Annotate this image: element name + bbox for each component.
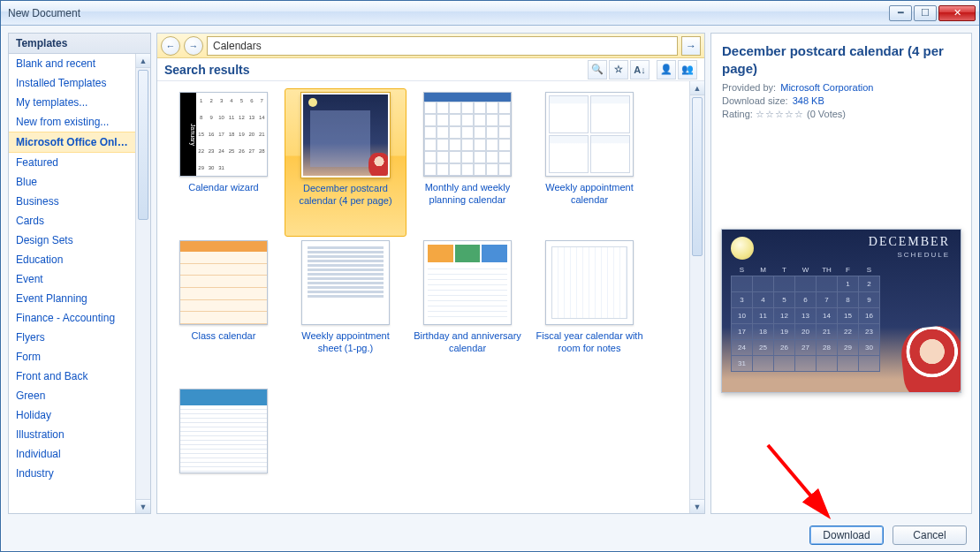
scroll-thumb[interactable] (138, 70, 148, 220)
rating-votes: (0 Votes) (807, 109, 846, 119)
template-fiscal-year[interactable]: Fiscal year calendar with room for notes (528, 237, 650, 385)
search-input[interactable]: Calendars (207, 36, 678, 56)
sidebar-item-installed-templates[interactable]: Installed Templates (9, 73, 135, 93)
sidebar-item-design-sets[interactable]: Design Sets (9, 231, 135, 250)
sidebar-item-featured[interactable]: Featured (9, 153, 135, 172)
new-document-window: New Document ━ ☐ ✕ Templates Blank and r… (0, 0, 980, 552)
view-detail-icon[interactable]: 🔍 (588, 60, 607, 79)
back-button[interactable]: ← (161, 36, 180, 56)
results-area: January123456789101112131415161718192021… (157, 81, 704, 513)
sidebar-item-event-planning[interactable]: Event Planning (9, 289, 135, 308)
template-label: Calendar wizard (188, 182, 258, 194)
sidebar-item-my-templates[interactable]: My templates... (9, 93, 135, 112)
cancel-button[interactable]: Cancel (893, 526, 967, 545)
templates-sidebar: Templates Blank and recent Installed Tem… (8, 33, 151, 514)
template-monthly-weekly[interactable]: Monthly and weekly planning calendar (406, 88, 528, 237)
sidebar-item-cards[interactable]: Cards (9, 211, 135, 231)
preview-calendar-grid: SMTWTHFS12345678910111213141516171819202… (731, 265, 880, 372)
results-panel: ← → Calendars → Search results 🔍 ☆ A↓ 👤 … (156, 33, 705, 514)
search-value: Calendars (213, 40, 262, 52)
thumbnail (545, 92, 634, 177)
favorite-icon[interactable]: ☆ (609, 60, 628, 79)
maximize-button[interactable]: ☐ (914, 5, 937, 21)
thumbnail: January123456789101112131415161718192021… (179, 92, 268, 177)
sidebar-item-illustration[interactable]: Illustration (9, 425, 135, 444)
thumbnail (423, 240, 512, 325)
thumbnail (179, 240, 268, 325)
user-icon[interactable]: 👤 (657, 60, 676, 79)
sidebar-list: Blank and recent Installed Templates My … (9, 54, 150, 513)
dialog-body: Templates Blank and recent Installed Tem… (1, 26, 979, 519)
preview-subtitle: SCHEDULE (897, 251, 950, 259)
titlebar: New Document ━ ☐ ✕ (1, 1, 979, 26)
scroll-down-icon[interactable]: ▼ (136, 499, 150, 513)
rating-label: Rating: (722, 109, 753, 119)
template-birthday-anniversary[interactable]: Birthday and anniversary calendar (406, 237, 528, 385)
download-button[interactable]: Download (809, 526, 884, 545)
template-label: Weekly appointment sheet (1-pg.) (289, 330, 402, 355)
template-label: Monthly and weekly planning calendar (411, 182, 524, 207)
provided-by-value: Microsoft Corporation (780, 82, 873, 93)
sidebar-item-finance-accounting[interactable]: Finance - Accounting (9, 308, 135, 328)
sidebar-item-event[interactable]: Event (9, 269, 135, 289)
template-newsletter[interactable] (163, 385, 285, 491)
nav-toolbar: ← → Calendars → (157, 34, 704, 58)
details-title: December postcard calendar (4 per page) (722, 42, 961, 77)
results-title: Search results (164, 63, 250, 77)
details-panel: December postcard calendar (4 per page) … (710, 33, 972, 514)
forward-button[interactable]: → (184, 36, 203, 56)
template-calendar-wizard[interactable]: January123456789101112131415161718192021… (163, 88, 285, 237)
template-december-postcard[interactable]: December postcard calendar (4 per page) (285, 88, 406, 237)
template-label: Class calendar (192, 330, 256, 343)
sidebar-item-holiday[interactable]: Holiday (9, 405, 135, 425)
sidebar-item-business[interactable]: Business (9, 192, 135, 211)
results-header: Search results 🔍 ☆ A↓ 👤 👥 (157, 58, 704, 81)
sidebar-item-blank-and-recent[interactable]: Blank and recent (9, 54, 135, 73)
thumbnail (301, 240, 390, 325)
template-label: Birthday and anniversary calendar (411, 330, 524, 355)
scroll-up-icon[interactable]: ▲ (136, 54, 150, 68)
user-add-icon[interactable]: 👥 (678, 60, 697, 79)
results-scrollbar[interactable]: ▲ ▼ (689, 81, 704, 513)
sidebar-header: Templates (9, 34, 150, 54)
moon-icon (731, 237, 754, 260)
go-button[interactable]: → (681, 36, 701, 56)
thumbnail (545, 240, 634, 325)
template-label: Weekly appointment calendar (533, 182, 646, 207)
template-weekly-sheet[interactable]: Weekly appointment sheet (1-pg.) (285, 237, 406, 385)
preview-title: DECEMBER (869, 235, 950, 249)
sidebar-item-new-from-existing[interactable]: New from existing... (9, 112, 135, 132)
scroll-down-icon[interactable]: ▼ (690, 499, 704, 513)
sidebar-scrollbar[interactable]: ▲ ▼ (135, 54, 150, 513)
sidebar-item-education[interactable]: Education (9, 250, 135, 269)
scroll-thumb[interactable] (692, 97, 703, 256)
sidebar-item-industry[interactable]: Industry (9, 464, 135, 483)
sidebar-item-green[interactable]: Green (9, 386, 135, 405)
window-title: New Document (8, 7, 887, 19)
thumbnail (179, 389, 268, 473)
star-icon: ☆☆☆☆☆ (756, 109, 804, 119)
rating-row: Rating: ☆☆☆☆☆ (0 Votes) (722, 109, 961, 120)
provided-by-label: Provided by: (722, 82, 776, 93)
sidebar-item-form[interactable]: Form (9, 347, 135, 367)
scroll-up-icon[interactable]: ▲ (690, 81, 704, 95)
template-class-calendar[interactable]: Class calendar (163, 237, 285, 385)
download-size-label: Download size: (722, 95, 788, 106)
button-row: Download Cancel (1, 519, 979, 551)
santa-icon (899, 324, 961, 393)
sidebar-item-front-and-back[interactable]: Front and Back (9, 367, 135, 386)
template-label: Fiscal year calendar with room for notes (533, 330, 646, 355)
sidebar-item-flyers[interactable]: Flyers (9, 328, 135, 347)
download-size-value: 348 KB (793, 95, 824, 106)
template-weekly-appointment[interactable]: Weekly appointment calendar (528, 88, 650, 237)
close-button[interactable]: ✕ (938, 5, 976, 21)
provided-by: Provided by: Microsoft Corporation (722, 82, 961, 93)
sidebar-item-office-online[interactable]: Microsoft Office Online (9, 132, 135, 153)
sidebar-item-blue[interactable]: Blue (9, 172, 135, 192)
results-grid: January123456789101112131415161718192021… (157, 81, 689, 513)
sort-icon[interactable]: A↓ (630, 60, 650, 79)
download-size: Download size: 348 KB (722, 95, 961, 106)
minimize-button[interactable]: ━ (889, 5, 912, 21)
sidebar-item-individual[interactable]: Individual (9, 444, 135, 464)
template-label: December postcard calendar (4 per page) (289, 183, 402, 208)
